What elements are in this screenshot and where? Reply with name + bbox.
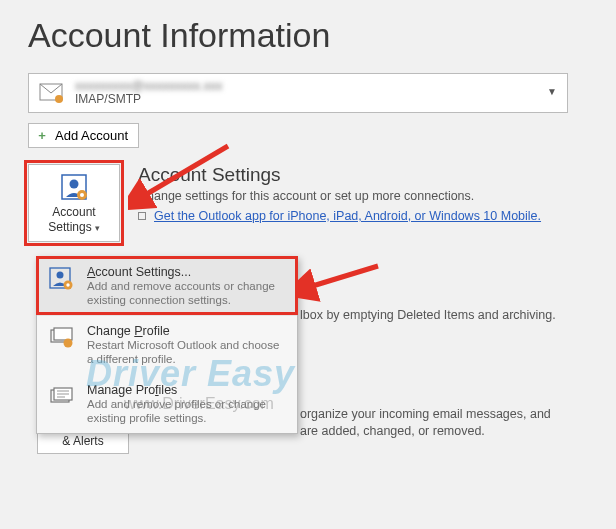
plus-icon: + xyxy=(35,129,49,143)
dropdown-item-desc: Add and remove accounts or change existi… xyxy=(87,279,287,308)
tile-label-line1: Account xyxy=(52,205,95,219)
add-account-label: Add Account xyxy=(55,128,128,143)
dropdown-item-account-settings[interactable]: Account Settings... Add and remove accou… xyxy=(37,257,297,316)
tile-label-line2: Settings xyxy=(48,220,91,234)
annotation-arrow-2 xyxy=(296,258,386,314)
account-settings-icon xyxy=(47,265,77,293)
svg-point-9 xyxy=(66,283,69,286)
account-settings-tile-icon xyxy=(59,172,89,205)
page-title: Account Information xyxy=(28,16,588,55)
svg-point-1 xyxy=(55,95,63,103)
svg-line-21 xyxy=(306,266,378,288)
chevron-down-icon: ▾ xyxy=(95,223,100,234)
bullet-icon xyxy=(138,212,146,220)
dropdown-item-desc: Restart Microsoft Outlook and choose a d… xyxy=(87,338,287,367)
svg-point-7 xyxy=(57,272,64,279)
manage-profiles-icon xyxy=(47,383,77,411)
dropdown-item-desc: Add and remove profiles or change existi… xyxy=(87,397,287,426)
add-account-button[interactable]: + Add Account xyxy=(28,123,139,148)
dropdown-item-change-profile[interactable]: Change Profile Restart Microsoft Outlook… xyxy=(37,316,297,375)
mailbox-icon xyxy=(37,79,65,107)
dropdown-item-manage-profiles[interactable]: Manage Profiles Add and remove profiles … xyxy=(37,375,297,434)
section-description: Change settings for this account or set … xyxy=(138,189,541,203)
account-settings-tile[interactable]: Account Settings▾ xyxy=(28,164,120,242)
get-outlook-app-link[interactable]: Get the Outlook app for iPhone, iPad, An… xyxy=(154,209,541,223)
rules-alerts-text-fragment: organize your incoming email messages, a… xyxy=(300,406,590,440)
account-dropdown[interactable]: xxxxxxxxx@xxxxxxxxx.xxx IMAP/SMTP ▼ xyxy=(28,73,568,113)
account-protocol: IMAP/SMTP xyxy=(75,93,559,107)
account-email: xxxxxxxxx@xxxxxxxxx.xxx xyxy=(75,79,559,93)
svg-point-5 xyxy=(80,193,84,197)
mailbox-cleanup-text-fragment: lbox by emptying Deleted Items and archi… xyxy=(300,308,590,322)
account-settings-dropdown: Account Settings... Add and remove accou… xyxy=(36,256,298,434)
svg-rect-11 xyxy=(54,328,72,340)
svg-point-3 xyxy=(70,180,79,189)
chevron-down-icon: ▼ xyxy=(547,86,557,97)
svg-point-12 xyxy=(64,338,73,347)
change-profile-icon xyxy=(47,324,77,352)
section-heading: Account Settings xyxy=(138,164,541,186)
